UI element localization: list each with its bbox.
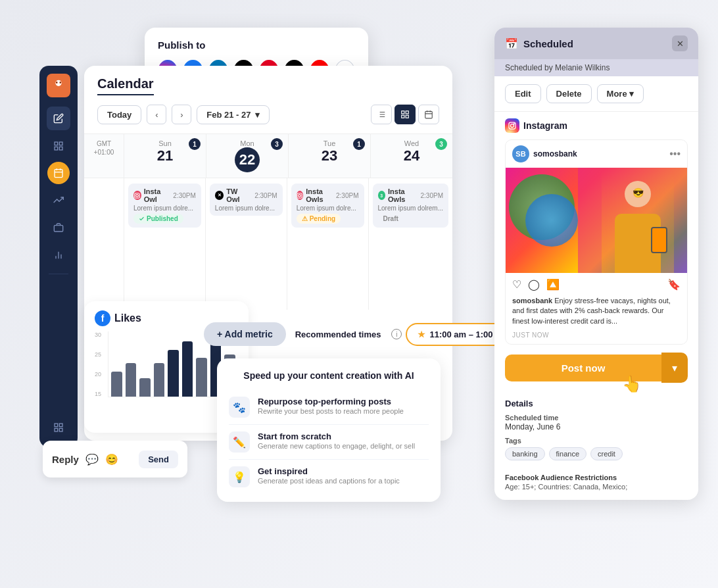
instagram-post-card: SB somosbank ••• bbox=[505, 139, 688, 345]
edit-button[interactable]: Edit bbox=[505, 84, 541, 103]
svg-point-4 bbox=[60, 82, 60, 83]
post-now-label: Post now bbox=[562, 362, 606, 374]
svg-rect-5 bbox=[55, 142, 58, 145]
ig-icon-sun bbox=[133, 191, 141, 200]
sidebar-divider bbox=[49, 274, 68, 274]
message-icon[interactable]: 💬 bbox=[85, 453, 99, 466]
pending-label: Pending bbox=[310, 215, 335, 222]
comment-icon[interactable]: ◯ bbox=[528, 278, 540, 291]
tags-list: banking finance credit bbox=[505, 447, 688, 460]
tue-event-1[interactable]: Insta Owls 2:30PM Lorem ipsum dolre... ⚠… bbox=[291, 184, 364, 228]
repurpose-title: Repurpose top-performing posts bbox=[258, 397, 404, 406]
instagram-text: Instagram bbox=[523, 120, 567, 131]
ai-item-scratch[interactable]: ✏️ Start from scratch Generate new capti… bbox=[229, 425, 429, 460]
svg-rect-30 bbox=[402, 111, 404, 114]
fb-restrictions-label: Facebook Audience Restrictions bbox=[505, 474, 688, 481]
calendar-title: Calendar bbox=[97, 76, 154, 95]
range-chevron-icon: ▾ bbox=[255, 110, 260, 120]
sun-event-badge: Published bbox=[133, 214, 183, 224]
sidebar-item-grid[interactable] bbox=[47, 134, 70, 158]
reply-label: Reply bbox=[52, 454, 79, 465]
tag-banking: banking bbox=[505, 447, 545, 460]
ai-item-repurpose[interactable]: 🐾 Repurpose top-performing posts Rewrite… bbox=[229, 390, 429, 425]
add-metric-button[interactable]: + Add metric bbox=[204, 322, 286, 346]
bar-1 bbox=[111, 372, 122, 397]
next-btn[interactable]: › bbox=[172, 105, 191, 124]
sun-event-name: Insta Owl bbox=[144, 187, 171, 203]
star-icon: ★ bbox=[418, 330, 425, 339]
post-menu-icon[interactable]: ••• bbox=[669, 148, 681, 160]
tue-events: Insta Owls 2:30PM Lorem ipsum dolre... ⚠… bbox=[287, 178, 368, 310]
svg-rect-19 bbox=[55, 428, 58, 431]
post-now-button[interactable]: Post now 👆 bbox=[505, 355, 661, 381]
prev-btn[interactable]: ‹ bbox=[147, 105, 166, 124]
svg-point-41 bbox=[299, 194, 301, 197]
cursor-icon: 👆 bbox=[622, 375, 642, 393]
delete-button[interactable]: Delete bbox=[546, 84, 592, 103]
scheduled-actions: Edit Delete More ▾ bbox=[494, 76, 698, 112]
info-icon: i bbox=[391, 329, 402, 339]
svg-rect-32 bbox=[402, 115, 404, 118]
sun-event-desc: Lorem ipsum dolre... bbox=[133, 205, 196, 212]
scratch-title: Start from scratch bbox=[258, 431, 415, 441]
sidebar-item-compose[interactable] bbox=[47, 107, 70, 130]
recommended-label: Recommended times bbox=[295, 330, 381, 339]
tags-row: Tags banking finance credit bbox=[505, 437, 688, 460]
ai-content-card: Speed up your content creation with AI 🐾… bbox=[217, 358, 441, 502]
svg-point-43 bbox=[511, 124, 514, 128]
svg-rect-7 bbox=[55, 147, 58, 150]
tag-credit: credit bbox=[590, 447, 623, 460]
wed-event-1[interactable]: 3 Insta Owls 2:30PM Lorem ipsum dolrem..… bbox=[373, 184, 448, 228]
send-button[interactable]: Send bbox=[139, 451, 178, 468]
month-view-btn[interactable] bbox=[418, 105, 439, 124]
tag-finance: finance bbox=[549, 447, 586, 460]
tue-event-desc: Lorem ipsum dolre... bbox=[297, 205, 359, 212]
bookmark-icon[interactable]: 🔖 bbox=[667, 278, 681, 291]
time-column bbox=[84, 178, 124, 310]
sidebar-item-chart[interactable] bbox=[47, 243, 70, 267]
mon-event-1[interactable]: ✕ TW Owl 2:30PM Lorem ipsum dolre... bbox=[210, 184, 283, 216]
tue-event-badge: ⚠ Pending bbox=[297, 214, 341, 224]
svg-rect-8 bbox=[59, 147, 62, 150]
bar-6 bbox=[182, 341, 193, 397]
y-axis: 30 25 20 15 bbox=[95, 331, 104, 397]
post-actions: ♡ ◯ 🔼 🔖 bbox=[506, 273, 687, 296]
wed-event-time: 2:30PM bbox=[421, 192, 443, 199]
svg-point-3 bbox=[57, 82, 57, 83]
bar-7 bbox=[196, 358, 207, 397]
sidebar-item-analytics[interactable] bbox=[47, 188, 70, 212]
sidebar-item-apps[interactable] bbox=[47, 416, 70, 439]
today-button[interactable]: Today bbox=[97, 105, 141, 124]
svg-rect-34 bbox=[425, 111, 433, 118]
more-button[interactable]: More ▾ bbox=[597, 84, 644, 103]
repurpose-icon: 🐾 bbox=[229, 397, 250, 418]
svg-rect-13 bbox=[54, 226, 62, 232]
share-icon[interactable]: 🔼 bbox=[546, 278, 560, 291]
svg-rect-6 bbox=[59, 142, 62, 145]
ai-item-inspire[interactable]: 💡 Get inspired Generate post ideas and c… bbox=[229, 460, 429, 494]
emoji-icon[interactable]: 😊 bbox=[105, 453, 118, 466]
y-label-20: 20 bbox=[95, 371, 101, 378]
scheduled-time-value: Monday, June 6 bbox=[505, 422, 688, 431]
list-view-btn[interactable] bbox=[371, 105, 392, 124]
warning-icon: ⚠ bbox=[302, 215, 308, 222]
wed-event-badge: Draft bbox=[378, 214, 404, 224]
view-buttons bbox=[371, 105, 439, 124]
scheduled-header: 📅 Scheduled ✕ bbox=[494, 28, 698, 59]
day-header-sun: 1 Sun 21 bbox=[124, 134, 206, 178]
post-now-dropdown[interactable]: ▾ bbox=[661, 353, 688, 383]
calendar-grid-header: GMT+01:00 1 Sun 21 3 Mon 22 1 Tue 23 bbox=[84, 134, 452, 178]
heart-icon[interactable]: ♡ bbox=[512, 278, 521, 291]
close-button[interactable]: ✕ bbox=[672, 36, 688, 51]
svg-rect-33 bbox=[406, 115, 408, 118]
tue-num: 23 bbox=[293, 147, 366, 164]
mon-event-time: 2:30PM bbox=[254, 192, 277, 199]
sidebar-item-calendar[interactable] bbox=[47, 162, 70, 184]
sidebar-item-briefcase[interactable] bbox=[47, 216, 70, 239]
scheduled-time-label: Scheduled time bbox=[505, 414, 688, 422]
sun-event-1[interactable]: Insta Owl 2:30PM Lorem ipsum dolre... Pu… bbox=[128, 184, 201, 228]
grid-view-btn[interactable] bbox=[395, 105, 416, 124]
range-btn[interactable]: Feb 21 - 27 ▾ bbox=[197, 105, 269, 124]
range-label: Feb 21 - 27 bbox=[206, 110, 251, 120]
mon-badge: 3 bbox=[271, 138, 283, 150]
